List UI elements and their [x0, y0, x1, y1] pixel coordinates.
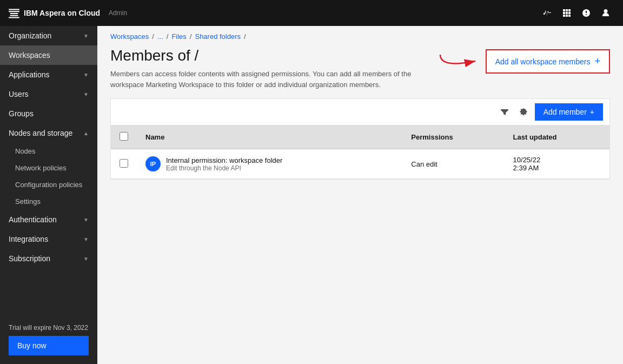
topbar: IBM Aspera on Cloud Admin [0, 0, 623, 26]
sidebar: Organization ▼ Workspaces Applications ▼… [0, 26, 97, 364]
name-info: Internal permission: workspace folder Ed… [166, 156, 282, 172]
members-table: Name Permissions Last updated IP [111, 125, 609, 179]
sidebar-item-subscription[interactable]: Subscription ▼ [0, 249, 97, 268]
sidebar-bottom: Trial will expire Nov 3, 2022 Buy now [0, 315, 97, 364]
breadcrumb: Workspaces / ... / Files / Shared folder… [97, 26, 623, 47]
svg-rect-11 [563, 15, 565, 17]
gear-icon [520, 108, 528, 116]
toolbar: Add member + [111, 99, 609, 125]
sidebar-item-organization[interactable]: Organization ▼ [0, 26, 97, 45]
activity-icon[interactable] [539, 4, 556, 22]
breadcrumb-sep-4: / [244, 32, 246, 41]
row-checkbox[interactable] [120, 159, 128, 168]
sidebar-item-groups[interactable]: Groups [0, 104, 97, 123]
layout: Organization ▼ Workspaces Applications ▼… [0, 26, 623, 364]
breadcrumb-ellipsis[interactable]: ... [157, 32, 163, 41]
svg-rect-4 [9, 17, 19, 18]
sidebar-item-nodes-storage[interactable]: Nodes and storage ▲ [0, 123, 97, 143]
add-all-workspace-members-button[interactable]: Add all workspace members + [486, 49, 610, 74]
user-icon[interactable] [597, 4, 614, 22]
svg-rect-1 [9, 11, 19, 12]
sidebar-sub-item-nodes[interactable]: Nodes [0, 143, 97, 160]
chevron-down-icon: ▼ [83, 33, 89, 39]
svg-rect-7 [568, 9, 571, 11]
svg-rect-10 [568, 12, 571, 14]
brand: IBM Aspera on Cloud Admin [9, 8, 127, 18]
chevron-down-icon: ▼ [83, 91, 89, 97]
svg-rect-9 [566, 12, 568, 14]
breadcrumb-shared-folders[interactable]: Shared folders [195, 32, 241, 41]
sidebar-sub-item-network-policies[interactable]: Network policies [0, 160, 97, 176]
svg-rect-13 [568, 15, 571, 17]
help-icon[interactable] [578, 4, 595, 22]
breadcrumb-files[interactable]: Files [171, 32, 186, 41]
add-workspace-btn-plus: + [594, 56, 600, 67]
chevron-up-icon: ▲ [83, 130, 89, 136]
table-header-permissions: Permissions [402, 125, 504, 149]
sidebar-item-label: Applications [9, 70, 50, 79]
row-last-updated-cell: 10/25/22 2:39 AM [505, 149, 609, 179]
svg-rect-12 [566, 15, 568, 17]
page-header: Members of / Members can access folder c… [97, 47, 623, 98]
add-workspace-btn-label: Add all workspace members [495, 57, 591, 66]
row-checkbox-cell [111, 149, 137, 179]
settings-button[interactable] [515, 103, 533, 121]
trial-text: Trial will expire Nov 3, 2022 [9, 324, 89, 332]
svg-rect-0 [9, 9, 19, 10]
svg-rect-6 [566, 9, 568, 11]
content-area: Add member + Name Permissions Last updat… [110, 98, 610, 180]
sidebar-item-label: Workspaces [9, 51, 50, 59]
brand-name: IBM Aspera on Cloud [24, 9, 100, 17]
sidebar-item-label: Authentication [9, 215, 57, 224]
select-all-checkbox[interactable] [120, 132, 128, 141]
chevron-down-icon: ▼ [83, 217, 89, 223]
sidebar-item-label: Subscription [9, 254, 50, 263]
admin-label: Admin [109, 9, 127, 17]
add-member-plus: + [590, 108, 594, 116]
name-cell: IP Internal permission: workspace folder… [145, 156, 394, 172]
apps-icon[interactable] [558, 4, 575, 22]
filter-button[interactable] [496, 103, 513, 121]
breadcrumb-sep-2: / [167, 32, 169, 41]
sidebar-item-label: Users [9, 90, 29, 98]
add-member-label: Add member [544, 108, 587, 116]
row-name-cell: IP Internal permission: workspace folder… [137, 149, 402, 179]
main-content: Workspaces / ... / Files / Shared folder… [97, 26, 623, 364]
member-name: Internal permission: workspace folder [166, 156, 282, 164]
sidebar-item-label: Groups [9, 109, 34, 118]
breadcrumb-sep-1: / [152, 32, 154, 41]
sidebar-item-label: Integrations [9, 235, 48, 243]
red-arrow [435, 49, 483, 73]
breadcrumb-sep-3: / [190, 32, 192, 41]
row-permissions-cell: Can edit [402, 149, 504, 179]
member-subtitle: Edit through the Node API [166, 164, 282, 172]
table-header-last-updated: Last updated [505, 125, 609, 149]
sidebar-sub-item-config-policies[interactable]: Configuration policies [0, 176, 97, 193]
avatar: IP [145, 156, 161, 171]
chevron-down-icon: ▼ [83, 236, 89, 242]
chevron-down-icon: ▼ [83, 72, 89, 78]
svg-rect-8 [563, 12, 565, 14]
sidebar-item-users[interactable]: Users ▼ [0, 84, 97, 104]
topbar-icons [539, 4, 614, 22]
page-title-section: Members of / Members can access folder c… [110, 47, 435, 90]
svg-rect-3 [10, 15, 18, 16]
add-member-button[interactable]: Add member + [535, 103, 603, 121]
buy-now-button[interactable]: Buy now [9, 336, 89, 355]
sidebar-item-authentication[interactable]: Authentication ▼ [0, 210, 97, 229]
breadcrumb-workspaces[interactable]: Workspaces [110, 32, 149, 41]
sidebar-item-applications[interactable]: Applications ▼ [0, 65, 97, 84]
sidebar-item-workspaces[interactable]: Workspaces [0, 45, 97, 65]
table-row: IP Internal permission: workspace folder… [111, 149, 609, 179]
last-updated-date: 10/25/22 2:39 AM [513, 156, 541, 172]
chevron-down-icon: ▼ [83, 256, 89, 262]
ibm-logo-icon [9, 8, 19, 18]
sidebar-item-integrations[interactable]: Integrations ▼ [0, 229, 97, 249]
table-header-name: Name [137, 125, 402, 149]
svg-rect-2 [10, 13, 18, 14]
page-description: Members can access folder contents with … [110, 69, 435, 90]
table-header-checkbox [111, 125, 137, 149]
filter-icon [500, 108, 509, 116]
sidebar-sub-item-settings[interactable]: Settings [0, 193, 97, 210]
sidebar-item-label: Nodes and storage [9, 129, 72, 137]
